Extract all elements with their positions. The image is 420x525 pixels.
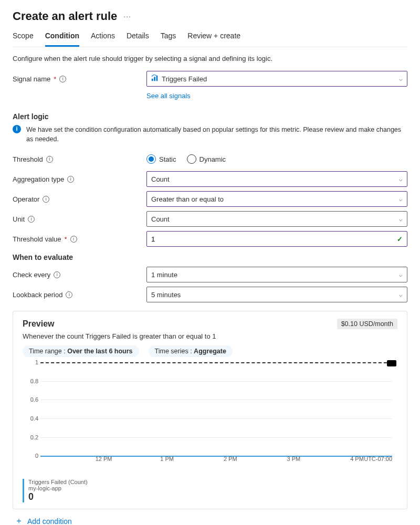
operator-select[interactable]: Greater than or equal to ⌵ bbox=[146, 191, 407, 207]
chart-gridline bbox=[40, 418, 392, 419]
threshold-line bbox=[40, 362, 392, 363]
tab-details[interactable]: Details bbox=[127, 27, 149, 47]
chart-ytick: 0.8 bbox=[27, 378, 38, 384]
chart-legend: Triggers Failed (Count) my-logic-app 0 bbox=[23, 479, 397, 502]
threshold-static-label: Static bbox=[159, 155, 176, 163]
info-icon[interactable]: i bbox=[67, 176, 74, 183]
check-icon: ✓ bbox=[397, 235, 403, 243]
add-condition-label: Add condition bbox=[27, 517, 72, 525]
chart-xtick: 1 PM bbox=[160, 456, 174, 462]
signal-name-value: Triggers Failed bbox=[162, 75, 399, 83]
more-icon[interactable]: ··· bbox=[123, 12, 131, 20]
info-icon[interactable]: i bbox=[54, 271, 60, 278]
tab-condition[interactable]: Condition bbox=[45, 27, 79, 47]
tabs: Scope Condition Actions Details Tags Rev… bbox=[13, 27, 407, 47]
preview-summary: Whenever the count Triggers Failed is gr… bbox=[23, 332, 397, 340]
check-every-select[interactable]: 1 minute ⌵ bbox=[146, 267, 407, 282]
chart-gridline bbox=[40, 437, 392, 438]
add-condition-button[interactable]: ＋ Add condition bbox=[13, 516, 407, 525]
info-icon[interactable]: i bbox=[46, 156, 53, 163]
threshold-static-radio[interactable]: Static bbox=[146, 154, 176, 164]
legend-title: Triggers Failed (Count) bbox=[28, 479, 88, 485]
lookback-label: Lookback period bbox=[13, 291, 62, 299]
plus-icon: ＋ bbox=[15, 516, 23, 525]
svg-rect-2 bbox=[156, 75, 158, 81]
aggregation-type-value: Count bbox=[151, 175, 170, 183]
aggregation-type-select[interactable]: Count ⌵ bbox=[146, 171, 407, 187]
page-description: Configure when the alert rule should tri… bbox=[13, 55, 407, 62]
timezone-label: UTC-07:00 bbox=[364, 456, 392, 462]
info-icon[interactable]: i bbox=[59, 76, 66, 82]
time-range-label: Time range : bbox=[29, 348, 67, 355]
time-range-value: Over the last 6 hours bbox=[67, 348, 132, 355]
chart-gridline bbox=[40, 400, 392, 400]
chart-gridline bbox=[40, 381, 392, 382]
info-icon[interactable]: i bbox=[70, 236, 77, 243]
time-range-pill[interactable]: Time range : Over the last 6 hours bbox=[23, 345, 139, 357]
chart-xtick: 4 PM bbox=[350, 456, 364, 462]
signal-name-label: Signal name bbox=[13, 75, 50, 83]
threshold-value-input[interactable] bbox=[151, 235, 397, 243]
chart-xtick: 2 PM bbox=[224, 456, 237, 462]
tab-review-create[interactable]: Review + create bbox=[187, 27, 240, 47]
info-icon[interactable]: i bbox=[66, 291, 72, 298]
chevron-down-icon: ⌵ bbox=[399, 271, 403, 278]
tab-actions[interactable]: Actions bbox=[91, 27, 115, 47]
chart-ytick: 0 bbox=[27, 453, 38, 459]
chevron-down-icon: ⌵ bbox=[399, 291, 403, 298]
preview-card: Preview $0.10 USD/month Whenever the cou… bbox=[13, 311, 407, 509]
operator-label: Operator bbox=[13, 195, 39, 203]
time-series-value: Aggregate bbox=[194, 348, 226, 355]
threshold-dynamic-label: Dynamic bbox=[200, 155, 226, 163]
unit-label: Unit bbox=[13, 215, 25, 223]
tab-scope[interactable]: Scope bbox=[13, 27, 34, 47]
lookback-value: 5 minutes bbox=[151, 291, 181, 299]
chevron-down-icon: ⌵ bbox=[399, 216, 403, 223]
unit-select[interactable]: Count ⌵ bbox=[146, 211, 407, 227]
chart-ytick: 0.6 bbox=[27, 396, 38, 403]
chart-ytick: 0.4 bbox=[27, 415, 38, 422]
preview-title: Preview bbox=[23, 319, 54, 329]
svg-rect-0 bbox=[152, 78, 153, 80]
time-series-pill[interactable]: Time series : Aggregate bbox=[149, 345, 233, 357]
chevron-down-icon: ⌵ bbox=[399, 196, 403, 203]
chart-ytick: 0.2 bbox=[27, 434, 38, 440]
signal-name-select[interactable]: Triggers Failed ⌵ bbox=[146, 71, 407, 87]
metric-icon bbox=[151, 75, 159, 83]
threshold-label: Threshold bbox=[13, 155, 43, 163]
chart-ytick: 1 bbox=[27, 359, 38, 365]
legend-subtitle: my-logic-app bbox=[28, 485, 88, 491]
operator-value: Greater than or equal to bbox=[151, 195, 224, 203]
tab-tags[interactable]: Tags bbox=[161, 27, 176, 47]
info-icon[interactable]: i bbox=[43, 196, 49, 203]
chart-xtick: 12 PM bbox=[96, 456, 112, 462]
check-every-value: 1 minute bbox=[151, 271, 177, 279]
info-icon[interactable]: i bbox=[28, 216, 35, 223]
threshold-value-label: Threshold value bbox=[13, 235, 61, 243]
preview-chart: 00.20.40.60.81 UTC-07:00 12 PM1 PM2 PM3 … bbox=[23, 362, 397, 478]
aggregation-type-label: Aggregation type bbox=[13, 175, 64, 183]
required-asterisk: * bbox=[65, 235, 67, 243]
chevron-down-icon: ⌵ bbox=[399, 76, 403, 82]
threshold-marker bbox=[387, 360, 396, 366]
time-series-label: Time series : bbox=[155, 348, 194, 355]
threshold-dynamic-radio[interactable]: Dynamic bbox=[187, 154, 226, 164]
legend-value: 0 bbox=[28, 491, 88, 502]
when-evaluate-heading: When to evaluate bbox=[13, 253, 407, 261]
chart-xtick: 3 PM bbox=[287, 456, 301, 462]
required-asterisk: * bbox=[54, 75, 56, 83]
chevron-down-icon: ⌵ bbox=[399, 176, 403, 183]
info-banner-text: We have set the condition configuration … bbox=[26, 125, 407, 144]
alert-logic-heading: Alert logic bbox=[13, 112, 407, 121]
info-icon: i bbox=[13, 125, 21, 133]
lookback-select[interactable]: 5 minutes ⌵ bbox=[146, 287, 407, 302]
see-all-signals-link[interactable]: See all signals bbox=[146, 92, 191, 100]
page-title: Create an alert rule bbox=[13, 9, 117, 23]
check-every-label: Check every bbox=[13, 271, 50, 279]
price-badge: $0.10 USD/month bbox=[337, 319, 397, 329]
svg-rect-1 bbox=[154, 77, 155, 81]
unit-value: Count bbox=[151, 215, 170, 223]
